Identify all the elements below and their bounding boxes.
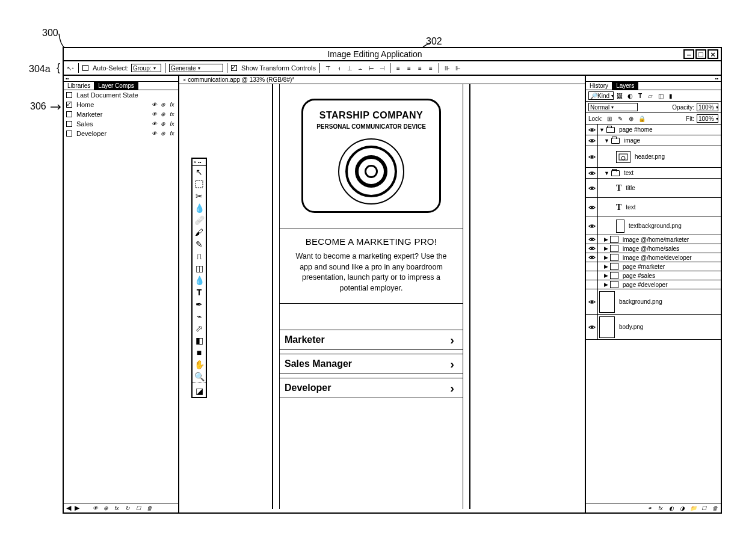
- move-icon[interactable]: ⊕: [102, 505, 109, 511]
- swatch-tool-icon[interactable]: ◪: [193, 385, 206, 397]
- align-icon[interactable]: ⫠: [356, 64, 365, 72]
- marquee-tool-icon[interactable]: [193, 178, 206, 190]
- tab-layer-comps[interactable]: Layer Comps: [94, 82, 138, 90]
- checkbox[interactable]: [66, 102, 72, 108]
- visibility-toggle[interactable]: [586, 271, 598, 280]
- visibility-toggle[interactable]: [586, 280, 598, 289]
- tab-history[interactable]: History: [586, 82, 612, 90]
- layer-comp-row[interactable]: Marketer👁⊕fx: [64, 109, 178, 119]
- canvas[interactable]: × •• ↖ ✂ 💧 🩹 🖌 ✎ ⎍ ◫ 💧 T ✒ ⌁ ⬀ ◧ ■: [179, 84, 585, 512]
- layer-row[interactable]: ▼page #home: [586, 125, 721, 135]
- lock-pixels-icon[interactable]: ⊞: [605, 115, 614, 122]
- group-select[interactable]: Group:: [131, 64, 161, 72]
- icon[interactable]: 👁: [150, 131, 158, 137]
- lock-all-icon[interactable]: 🔒: [638, 115, 646, 122]
- direct-select-tool-icon[interactable]: ⬀: [193, 322, 206, 334]
- icon[interactable]: fx: [168, 102, 176, 108]
- expand-icon[interactable]: ▼: [604, 138, 609, 144]
- layer-row[interactable]: ▼image: [586, 135, 721, 146]
- visibility-toggle[interactable]: [586, 262, 598, 271]
- layer-row[interactable]: background.png: [586, 289, 721, 315]
- filter-smart-icon[interactable]: ◫: [656, 92, 665, 99]
- trash-icon[interactable]: 🗑: [146, 505, 153, 511]
- filter-shape-icon[interactable]: ▱: [646, 92, 655, 99]
- prev-icon[interactable]: ◀: [66, 504, 71, 512]
- visibility-toggle[interactable]: [586, 244, 598, 253]
- icon[interactable]: ⊕: [159, 102, 167, 108]
- icon[interactable]: ⊕: [159, 121, 167, 127]
- layer-row[interactable]: body.png: [586, 315, 721, 340]
- visibility-toggle[interactable]: [586, 168, 598, 178]
- fx-icon[interactable]: fx: [657, 505, 664, 511]
- new-layer-icon[interactable]: ☐: [700, 505, 707, 511]
- visibility-toggle[interactable]: [586, 217, 598, 235]
- distribute-icon[interactable]: ≡: [405, 64, 413, 72]
- panel-grip[interactable]: ••: [64, 76, 178, 82]
- tab-libraries[interactable]: Libraries: [64, 82, 94, 90]
- visibility-toggle[interactable]: [586, 135, 598, 146]
- filter-adjust-icon[interactable]: ◐: [626, 92, 634, 99]
- shape-tool-icon[interactable]: ◧: [193, 334, 206, 346]
- mask-icon[interactable]: ◐: [668, 505, 675, 511]
- refresh-icon[interactable]: ↻: [124, 505, 131, 511]
- expand-icon[interactable]: ▶: [604, 263, 608, 269]
- zoom-tool-icon[interactable]: 🔍: [193, 371, 206, 383]
- pen-tool-icon[interactable]: ✒: [193, 298, 206, 310]
- visibility-toggle[interactable]: [586, 289, 598, 314]
- icon[interactable]: ⊕: [159, 111, 167, 117]
- layer-row[interactable]: ▼text: [586, 168, 721, 179]
- visibility-toggle[interactable]: [586, 315, 598, 339]
- align-icon[interactable]: ⊢: [367, 64, 375, 72]
- layer-row[interactable]: header.png: [586, 146, 721, 168]
- expand-icon[interactable]: ▼: [604, 170, 609, 176]
- generate-select[interactable]: Generate: [169, 64, 223, 72]
- move-tool-icon[interactable]: ↖+: [66, 64, 75, 72]
- auto-select-checkbox[interactable]: [82, 65, 88, 71]
- document-tab[interactable]: communication.app @ 133% (RGB/8#)*: [188, 76, 294, 83]
- align-icon[interactable]: ⊣: [378, 64, 386, 72]
- blend-mode-select[interactable]: Normal: [588, 103, 638, 111]
- lock-move-icon[interactable]: ⊕: [627, 115, 635, 122]
- icon[interactable]: 👁: [150, 102, 158, 108]
- next-icon[interactable]: ▶: [75, 504, 79, 512]
- path-tool-icon[interactable]: ⌁: [193, 310, 206, 322]
- rect-tool-icon[interactable]: ■: [193, 346, 206, 358]
- eyedropper-tool-icon[interactable]: 💧: [193, 202, 206, 214]
- layer-row[interactable]: textbackground.png: [586, 217, 721, 235]
- nav-sales-manager[interactable]: Sales Manager ›: [280, 354, 463, 374]
- close-button[interactable]: ×: [707, 49, 718, 59]
- visibility-toggle[interactable]: [586, 179, 598, 197]
- eraser-tool-icon[interactable]: ◫: [193, 262, 206, 274]
- distribute-icon[interactable]: ≡: [394, 64, 402, 72]
- icon[interactable]: 👁: [150, 111, 158, 117]
- align-icon[interactable]: ⫞: [334, 64, 343, 72]
- layer-comp-row[interactable]: Home👁⊕fx: [64, 100, 178, 109]
- panel-grip[interactable]: ••: [586, 76, 721, 82]
- expand-icon[interactable]: ▶: [604, 236, 608, 242]
- layer-comp-row[interactable]: Last Document State: [64, 90, 178, 100]
- align-icon[interactable]: ⊥: [345, 64, 354, 72]
- visibility-toggle[interactable]: [586, 125, 598, 135]
- icon[interactable]: fx: [168, 111, 176, 117]
- expand-icon[interactable]: ▶: [604, 245, 608, 251]
- lock-position-icon[interactable]: ✎: [616, 115, 624, 122]
- distribute-icon[interactable]: ⊩: [454, 64, 462, 72]
- filter-image-icon[interactable]: 🖼: [615, 92, 624, 99]
- visibility-toggle[interactable]: [586, 253, 598, 262]
- new-icon[interactable]: ☐: [135, 505, 142, 511]
- maximize-button[interactable]: □: [695, 49, 706, 59]
- layer-row[interactable]: ▶image @/home/marketer: [586, 235, 721, 244]
- brush-tool-icon[interactable]: 🖌: [193, 226, 206, 238]
- folder-icon[interactable]: 📁: [689, 505, 697, 511]
- layer-row[interactable]: Ttext: [586, 198, 721, 217]
- layer-row[interactable]: Ttitle: [586, 179, 721, 198]
- blur-tool-icon[interactable]: 💧: [193, 274, 206, 286]
- icon[interactable]: ⊕: [159, 131, 167, 137]
- healing-tool-icon[interactable]: 🩹: [193, 214, 206, 226]
- pencil-tool-icon[interactable]: ✎: [193, 238, 206, 250]
- filter-toggle-icon[interactable]: ▮: [667, 92, 675, 99]
- fx-icon[interactable]: fx: [113, 505, 120, 511]
- expand-icon[interactable]: ▶: [604, 282, 608, 288]
- layer-row[interactable]: ▶image @/home/developer: [586, 253, 721, 262]
- close-tab-icon[interactable]: ×: [183, 77, 186, 83]
